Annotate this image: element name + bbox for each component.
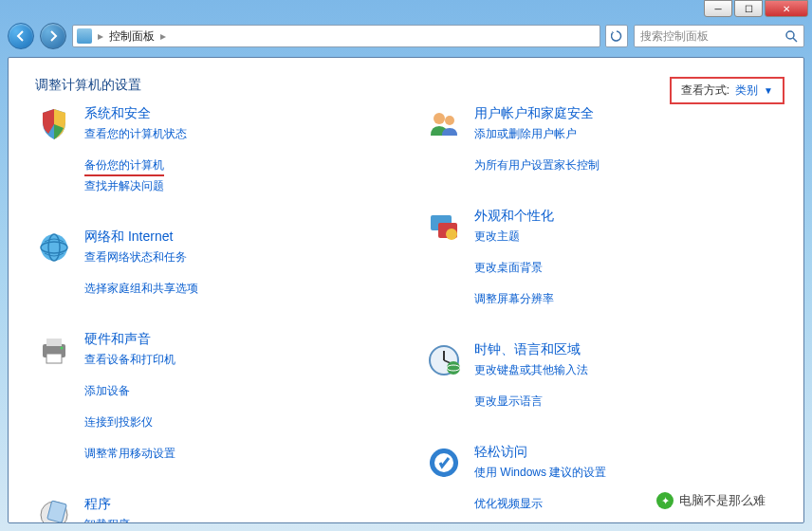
printer-icon bbox=[35, 331, 73, 369]
search-placeholder: 搜索控制面板 bbox=[640, 28, 709, 45]
svg-point-8 bbox=[61, 347, 64, 350]
control-panel-icon bbox=[77, 28, 92, 44]
svg-point-20 bbox=[447, 361, 460, 375]
category-users: 用户帐户和家庭安全添加或删除用户帐户为所有用户设置家长控制 bbox=[425, 105, 777, 189]
svg-point-16 bbox=[446, 229, 457, 240]
maximize-button[interactable]: ☐ bbox=[734, 0, 763, 17]
appearance-icon bbox=[425, 208, 463, 246]
chevron-down-icon: ▼ bbox=[764, 85, 773, 96]
window-controls: ─ ☐ ✕ bbox=[704, 0, 812, 8]
category-title[interactable]: 网络和 Internet bbox=[84, 229, 387, 246]
category-network: 网络和 Internet查看网络状态和任务选择家庭组和共享选项 bbox=[35, 229, 387, 312]
svg-point-0 bbox=[786, 31, 794, 39]
category-title[interactable]: 外观和个性化 bbox=[474, 208, 777, 225]
network-icon bbox=[35, 229, 73, 266]
category-clock: 时钟、语言和区域更改键盘或其他输入法更改显示语言 bbox=[425, 341, 777, 425]
category-link[interactable]: 更改主题 bbox=[474, 229, 777, 245]
ease-icon bbox=[425, 444, 463, 482]
shield-icon bbox=[35, 105, 73, 143]
watermark-text: 电脑不是那么难 bbox=[679, 492, 766, 509]
category-link[interactable]: 调整屏幕分辨率 bbox=[474, 291, 777, 307]
view-mode-label: 查看方式: bbox=[681, 82, 729, 99]
navigation-bar: ▸ 控制面板 ▸ 搜索控制面板 bbox=[0, 19, 812, 53]
category-link[interactable]: 卸载程序 bbox=[84, 517, 387, 523]
category-link[interactable]: 更改键盘或其他输入法 bbox=[474, 362, 777, 378]
category-title[interactable]: 用户帐户和家庭安全 bbox=[474, 105, 777, 122]
wechat-icon: ✦ bbox=[656, 492, 674, 509]
category-title[interactable]: 轻松访问 bbox=[474, 444, 777, 461]
minimize-button[interactable]: ─ bbox=[704, 0, 732, 17]
breadcrumb-item[interactable]: 控制面板 bbox=[109, 28, 155, 45]
category-program: 程序卸载程序 bbox=[35, 496, 387, 523]
category-appearance: 外观和个性化更改主题更改桌面背景调整屏幕分辨率 bbox=[425, 208, 777, 322]
category-link[interactable]: 添加或删除用户帐户 bbox=[474, 126, 777, 142]
category-link[interactable]: 更改桌面背景 bbox=[474, 260, 777, 276]
back-button[interactable] bbox=[8, 23, 34, 49]
svg-point-12 bbox=[434, 113, 445, 124]
svg-point-2 bbox=[41, 234, 67, 261]
search-input[interactable]: 搜索控制面板 bbox=[634, 25, 804, 47]
category-link[interactable]: 查找并解决问题 bbox=[84, 178, 387, 194]
category-printer: 硬件和声音查看设备和打印机添加设备连接到投影仪调整常用移动设置 bbox=[35, 331, 387, 477]
category-link[interactable]: 使用 Windows 建议的设置 bbox=[474, 465, 777, 481]
content-area: 调整计算机的设置 查看方式: 类别 ▼ 系统和安全查看您的计算机状态备份您的计算… bbox=[8, 57, 804, 523]
category-title[interactable]: 程序 bbox=[84, 496, 387, 513]
category-link[interactable]: 调整常用移动设置 bbox=[84, 446, 387, 462]
search-icon bbox=[784, 29, 798, 43]
breadcrumb-separator: ▸ bbox=[98, 29, 103, 43]
category-link[interactable]: 连接到投影仪 bbox=[84, 414, 387, 430]
users-icon bbox=[425, 105, 463, 143]
category-shield: 系统和安全查看您的计算机状态备份您的计算机查找并解决问题 bbox=[35, 105, 387, 210]
category-link[interactable]: 为所有用户设置家长控制 bbox=[474, 157, 777, 174]
view-mode-value: 类别 bbox=[735, 82, 758, 99]
category-link[interactable]: 添加设备 bbox=[84, 383, 387, 399]
category-link[interactable]: 备份您的计算机 bbox=[84, 157, 164, 176]
category-link[interactable]: 选择家庭组和共享选项 bbox=[84, 281, 387, 297]
category-link[interactable]: 查看设备和打印机 bbox=[84, 352, 387, 368]
svg-line-1 bbox=[793, 38, 797, 42]
category-link[interactable]: 查看您的计算机状态 bbox=[84, 126, 387, 142]
svg-rect-6 bbox=[46, 339, 62, 346]
category-ease: 轻松访问使用 Windows 建议的设置优化视频显示 bbox=[425, 444, 777, 523]
category-link[interactable]: 查看网络状态和任务 bbox=[84, 249, 387, 266]
program-icon bbox=[35, 496, 73, 523]
svg-point-13 bbox=[445, 116, 454, 125]
page-title: 调整计算机的设置 bbox=[35, 77, 777, 94]
clock-icon bbox=[425, 341, 463, 379]
breadcrumb-separator: ▸ bbox=[160, 29, 166, 43]
forward-button[interactable] bbox=[40, 23, 66, 49]
category-title[interactable]: 时钟、语言和区域 bbox=[474, 341, 777, 358]
refresh-button[interactable] bbox=[605, 25, 628, 47]
address-bar[interactable]: ▸ 控制面板 ▸ bbox=[72, 25, 600, 47]
category-link[interactable]: 更改显示语言 bbox=[474, 394, 777, 410]
category-title[interactable]: 系统和安全 bbox=[84, 105, 387, 122]
close-button[interactable]: ✕ bbox=[765, 0, 808, 17]
view-mode-selector[interactable]: 查看方式: 类别 ▼ bbox=[670, 77, 784, 104]
svg-rect-7 bbox=[46, 354, 62, 363]
category-title[interactable]: 硬件和声音 bbox=[84, 331, 387, 348]
watermark: ✦ 电脑不是那么难 bbox=[656, 492, 766, 509]
